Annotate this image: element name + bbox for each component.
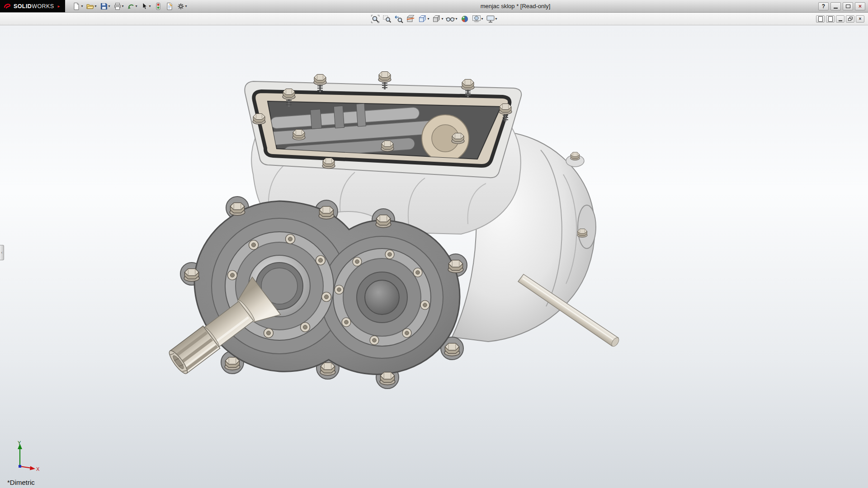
display-style-button[interactable]: ▾: [431, 14, 444, 24]
flange-bolt[interactable]: [353, 257, 362, 266]
document-close-button[interactable]: ×: [856, 15, 864, 23]
gearbox-3d-model[interactable]: [0, 25, 868, 488]
hide-show-items-button[interactable]: ▾: [445, 14, 458, 24]
face-hex-bolt[interactable]: [225, 357, 240, 370]
flange-bolt[interactable]: [420, 300, 429, 310]
heads-up-toolbar: ▾ ▾ ▾: [370, 14, 498, 24]
options-button[interactable]: ▾: [176, 1, 188, 12]
view-settings-dropdown-icon[interactable]: ▾: [495, 17, 497, 21]
feature-manager-collapse-tab[interactable]: ‹: [0, 245, 4, 260]
cover-hex-bolt[interactable]: [314, 75, 326, 85]
shift-fork[interactable]: [311, 109, 322, 129]
flange-bolt[interactable]: [264, 328, 274, 338]
document-minimize-button[interactable]: [836, 15, 844, 23]
rebuild-button[interactable]: [153, 1, 163, 12]
display-style-dropdown-icon[interactable]: ▾: [441, 17, 443, 21]
solidworks-menu-button[interactable]: SOLIDWORKS ▸: [0, 0, 65, 12]
brand-expand-icon[interactable]: ▸: [57, 4, 60, 9]
face-hex-bolt[interactable]: [444, 343, 460, 356]
flange-bolt[interactable]: [316, 256, 326, 265]
face-hex-bolt[interactable]: [376, 215, 391, 228]
cover-hex-bolt[interactable]: [322, 158, 335, 169]
open-button[interactable]: ▾: [85, 1, 97, 12]
window-title: menjac sklop * [Read-only]: [344, 3, 687, 9]
new-window-button[interactable]: [816, 15, 825, 23]
flange-bolt[interactable]: [286, 235, 295, 244]
section-view-button[interactable]: [405, 14, 416, 24]
print-icon: [113, 2, 122, 10]
undo-button[interactable]: ▾: [126, 1, 138, 12]
cover-hex-bolt[interactable]: [499, 104, 512, 115]
save-dropdown-icon[interactable]: ▾: [108, 5, 110, 8]
flange-bolt[interactable]: [249, 240, 259, 250]
flange-bolt[interactable]: [413, 268, 422, 277]
flange-bolt[interactable]: [385, 250, 394, 259]
cover-hex-bolt[interactable]: [253, 114, 265, 125]
countershaft-cover-flange[interactable]: [333, 249, 431, 346]
flange-bolt[interactable]: [322, 292, 331, 302]
minimize-button[interactable]: [830, 2, 841, 10]
solidworks-logo-icon: [4, 2, 11, 10]
face-hex-bolt[interactable]: [184, 269, 199, 282]
help-button[interactable]: ?: [818, 2, 829, 10]
flange-bolt[interactable]: [370, 336, 379, 345]
previous-view-button[interactable]: [393, 14, 404, 24]
cascade-windows-button[interactable]: [826, 15, 835, 23]
heads-up-toolbar-row: ▾ ▾ ▾: [0, 13, 868, 25]
rear-hex-bolt[interactable]: [577, 229, 587, 237]
face-hex-bolt[interactable]: [320, 363, 335, 375]
print-button[interactable]: ▾: [113, 1, 125, 12]
select-cursor-icon: [141, 2, 149, 10]
zoom-to-area-icon: [382, 14, 392, 23]
flange-bolt[interactable]: [335, 285, 344, 294]
cover-hex-bolt[interactable]: [283, 89, 295, 100]
face-hex-bolt[interactable]: [230, 203, 245, 216]
view-settings-button[interactable]: ▾: [485, 14, 498, 24]
flange-bolt[interactable]: [402, 328, 411, 338]
zoom-to-fit-icon: [371, 14, 380, 23]
cover-hex-bolt[interactable]: [292, 130, 305, 141]
top-cover-opening[interactable]: [245, 72, 521, 178]
apply-scene-icon: [472, 14, 481, 23]
close-button[interactable]: ×: [855, 2, 865, 10]
edit-appearance-button[interactable]: [459, 14, 470, 24]
rebuild-stoplight-icon: [154, 2, 162, 10]
zoom-to-fit-button[interactable]: [370, 14, 381, 24]
flange-bolt[interactable]: [228, 271, 237, 280]
triad-z-origin: [19, 465, 21, 468]
cover-hex-bolt[interactable]: [452, 133, 464, 144]
flange-bolt[interactable]: [342, 318, 351, 327]
apply-scene-button[interactable]: ▾: [471, 14, 484, 24]
open-dropdown-icon[interactable]: ▾: [94, 5, 96, 8]
face-hex-bolt[interactable]: [319, 206, 334, 219]
cover-hex-bolt[interactable]: [462, 80, 474, 90]
face-hex-bolt[interactable]: [380, 372, 395, 385]
view-orientation-button[interactable]: ▾: [417, 14, 430, 24]
zoom-to-area-button[interactable]: [382, 14, 392, 24]
flange-bolt[interactable]: [301, 323, 310, 332]
hide-show-glasses-icon: [446, 14, 455, 23]
rear-hex-bolt[interactable]: [571, 152, 580, 160]
print-dropdown-icon[interactable]: ▾: [122, 5, 124, 8]
shift-fork[interactable]: [356, 103, 366, 127]
face-hex-bolt[interactable]: [448, 260, 463, 273]
maximize-button[interactable]: [843, 2, 853, 10]
view-orientation-dropdown-icon[interactable]: ▾: [427, 17, 429, 21]
options-dropdown-icon[interactable]: ▾: [185, 5, 187, 8]
undo-dropdown-icon[interactable]: ▾: [136, 5, 137, 8]
select-dropdown-icon[interactable]: ▾: [149, 5, 151, 8]
apply-scene-dropdown-icon[interactable]: ▾: [481, 17, 483, 21]
hide-show-dropdown-icon[interactable]: ▾: [455, 17, 457, 21]
select-button[interactable]: ▾: [140, 1, 152, 12]
cover-hex-bolt[interactable]: [381, 141, 394, 152]
new-document-button[interactable]: ▾: [71, 1, 84, 12]
triad-x-label: X: [36, 466, 40, 472]
save-button[interactable]: ▾: [99, 1, 111, 12]
new-dropdown-icon[interactable]: ▾: [81, 5, 83, 8]
shift-fork[interactable]: [334, 106, 344, 128]
cover-hex-bolt[interactable]: [378, 72, 391, 83]
open-folder-icon: [86, 2, 94, 10]
document-restore-button[interactable]: [846, 15, 854, 23]
graphics-area[interactable]: Y X *Dimetric ‹: [0, 25, 868, 488]
file-properties-button[interactable]: [165, 1, 175, 12]
